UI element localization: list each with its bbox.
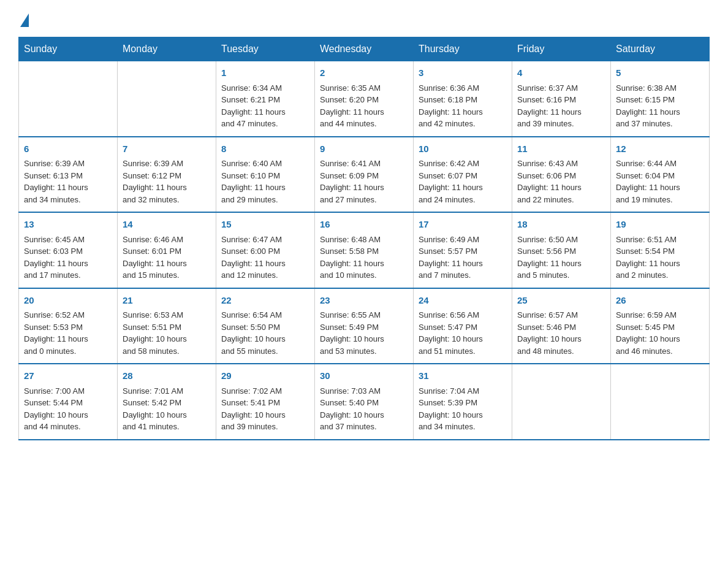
- sun-info: Sunrise: 6:40 AM Sunset: 6:10 PM Dayligh…: [221, 158, 309, 205]
- sun-info: Sunrise: 6:51 AM Sunset: 5:54 PM Dayligh…: [616, 234, 704, 282]
- calendar-cell: 8Sunrise: 6:40 AM Sunset: 6:10 PM Daylig…: [216, 137, 315, 213]
- sun-info: Sunrise: 6:56 AM Sunset: 5:47 PM Dayligh…: [419, 309, 507, 357]
- calendar-cell: 12Sunrise: 6:44 AM Sunset: 6:04 PM Dayli…: [611, 137, 710, 213]
- day-number: 15: [221, 218, 309, 232]
- calendar-cell: 26Sunrise: 6:59 AM Sunset: 5:45 PM Dayli…: [611, 288, 710, 364]
- sun-info: Sunrise: 7:01 AM Sunset: 5:42 PM Dayligh…: [123, 385, 211, 433]
- sun-info: Sunrise: 7:03 AM Sunset: 5:40 PM Dayligh…: [320, 385, 408, 433]
- weekday-header-thursday: Thursday: [414, 37, 512, 61]
- day-number: 25: [517, 294, 605, 308]
- day-number: 19: [616, 218, 704, 232]
- day-number: 29: [221, 369, 309, 383]
- calendar-cell: 16Sunrise: 6:48 AM Sunset: 5:58 PM Dayli…: [315, 212, 414, 288]
- calendar-cell: 15Sunrise: 6:47 AM Sunset: 6:00 PM Dayli…: [216, 212, 315, 288]
- sun-info: Sunrise: 6:42 AM Sunset: 6:07 PM Dayligh…: [419, 158, 507, 205]
- calendar-cell: [512, 364, 611, 440]
- calendar-cell: 7Sunrise: 6:39 AM Sunset: 6:12 PM Daylig…: [118, 137, 216, 213]
- weekday-header-saturday: Saturday: [611, 37, 710, 61]
- day-number: 18: [517, 218, 605, 232]
- day-number: 3: [419, 66, 507, 80]
- sun-info: Sunrise: 6:46 AM Sunset: 6:01 PM Dayligh…: [123, 234, 211, 282]
- calendar-week-row: 27Sunrise: 7:00 AM Sunset: 5:44 PM Dayli…: [19, 364, 710, 440]
- day-number: 9: [320, 142, 408, 156]
- sun-info: Sunrise: 6:36 AM Sunset: 6:18 PM Dayligh…: [419, 82, 507, 130]
- calendar-cell: 21Sunrise: 6:53 AM Sunset: 5:51 PM Dayli…: [118, 288, 216, 364]
- calendar-cell: 27Sunrise: 7:00 AM Sunset: 5:44 PM Dayli…: [19, 364, 118, 440]
- day-number: 6: [24, 142, 112, 156]
- day-number: 1: [221, 66, 309, 80]
- day-number: 17: [419, 218, 507, 232]
- sun-info: Sunrise: 6:39 AM Sunset: 6:12 PM Dayligh…: [123, 158, 211, 205]
- day-number: 28: [123, 369, 211, 383]
- day-number: 30: [320, 369, 408, 383]
- calendar-cell: 17Sunrise: 6:49 AM Sunset: 5:57 PM Dayli…: [414, 212, 512, 288]
- logo: [18, 12, 30, 26]
- day-number: 14: [123, 218, 211, 232]
- calendar-cell: [118, 61, 216, 137]
- weekday-header-tuesday: Tuesday: [216, 37, 315, 61]
- sun-info: Sunrise: 6:53 AM Sunset: 5:51 PM Dayligh…: [123, 309, 211, 357]
- sun-info: Sunrise: 6:37 AM Sunset: 6:16 PM Dayligh…: [517, 82, 605, 130]
- calendar-cell: 31Sunrise: 7:04 AM Sunset: 5:39 PM Dayli…: [414, 364, 512, 440]
- calendar-cell: 24Sunrise: 6:56 AM Sunset: 5:47 PM Dayli…: [414, 288, 512, 364]
- calendar-cell: 5Sunrise: 6:38 AM Sunset: 6:15 PM Daylig…: [611, 61, 710, 137]
- page-header: [18, 12, 710, 26]
- weekday-header-sunday: Sunday: [19, 37, 118, 61]
- sun-info: Sunrise: 6:54 AM Sunset: 5:50 PM Dayligh…: [221, 309, 309, 357]
- calendar-week-row: 20Sunrise: 6:52 AM Sunset: 5:53 PM Dayli…: [19, 288, 710, 364]
- sun-info: Sunrise: 6:59 AM Sunset: 5:45 PM Dayligh…: [616, 309, 704, 357]
- calendar-cell: 9Sunrise: 6:41 AM Sunset: 6:09 PM Daylig…: [315, 137, 414, 213]
- day-number: 22: [221, 294, 309, 308]
- day-number: 24: [419, 294, 507, 308]
- day-number: 8: [221, 142, 309, 156]
- sun-info: Sunrise: 6:35 AM Sunset: 6:20 PM Dayligh…: [320, 82, 408, 130]
- calendar-cell: 20Sunrise: 6:52 AM Sunset: 5:53 PM Dayli…: [19, 288, 118, 364]
- day-number: 26: [616, 294, 704, 308]
- calendar-week-row: 1Sunrise: 6:34 AM Sunset: 6:21 PM Daylig…: [19, 61, 710, 137]
- calendar-week-row: 6Sunrise: 6:39 AM Sunset: 6:13 PM Daylig…: [19, 137, 710, 213]
- sun-info: Sunrise: 6:44 AM Sunset: 6:04 PM Dayligh…: [616, 158, 704, 205]
- day-number: 7: [123, 142, 211, 156]
- day-number: 16: [320, 218, 408, 232]
- calendar-cell: 30Sunrise: 7:03 AM Sunset: 5:40 PM Dayli…: [315, 364, 414, 440]
- day-number: 10: [419, 142, 507, 156]
- sun-info: Sunrise: 6:39 AM Sunset: 6:13 PM Dayligh…: [24, 158, 112, 205]
- sun-info: Sunrise: 6:57 AM Sunset: 5:46 PM Dayligh…: [517, 309, 605, 357]
- weekday-header-monday: Monday: [118, 37, 216, 61]
- sun-info: Sunrise: 6:48 AM Sunset: 5:58 PM Dayligh…: [320, 234, 408, 282]
- calendar-cell: 2Sunrise: 6:35 AM Sunset: 6:20 PM Daylig…: [315, 61, 414, 137]
- calendar-cell: 6Sunrise: 6:39 AM Sunset: 6:13 PM Daylig…: [19, 137, 118, 213]
- sun-info: Sunrise: 6:47 AM Sunset: 6:00 PM Dayligh…: [221, 234, 309, 282]
- day-number: 11: [517, 142, 605, 156]
- calendar-cell: 25Sunrise: 6:57 AM Sunset: 5:46 PM Dayli…: [512, 288, 611, 364]
- sun-info: Sunrise: 6:41 AM Sunset: 6:09 PM Dayligh…: [320, 158, 408, 205]
- sun-info: Sunrise: 6:49 AM Sunset: 5:57 PM Dayligh…: [419, 234, 507, 282]
- calendar-table: SundayMondayTuesdayWednesdayThursdayFrid…: [18, 37, 710, 440]
- calendar-cell: 19Sunrise: 6:51 AM Sunset: 5:54 PM Dayli…: [611, 212, 710, 288]
- sun-info: Sunrise: 6:38 AM Sunset: 6:15 PM Dayligh…: [616, 82, 704, 130]
- calendar-cell: [19, 61, 118, 137]
- calendar-week-row: 13Sunrise: 6:45 AM Sunset: 6:03 PM Dayli…: [19, 212, 710, 288]
- day-number: 31: [419, 369, 507, 383]
- calendar-cell: 22Sunrise: 6:54 AM Sunset: 5:50 PM Dayli…: [216, 288, 315, 364]
- sun-info: Sunrise: 7:02 AM Sunset: 5:41 PM Dayligh…: [221, 385, 309, 433]
- calendar-cell: 18Sunrise: 6:50 AM Sunset: 5:56 PM Dayli…: [512, 212, 611, 288]
- day-number: 2: [320, 66, 408, 80]
- day-number: 20: [24, 294, 112, 308]
- day-number: 12: [616, 142, 704, 156]
- logo-triangle-icon: [20, 13, 29, 27]
- calendar-cell: 29Sunrise: 7:02 AM Sunset: 5:41 PM Dayli…: [216, 364, 315, 440]
- calendar-cell: 23Sunrise: 6:55 AM Sunset: 5:49 PM Dayli…: [315, 288, 414, 364]
- day-number: 27: [24, 369, 112, 383]
- day-number: 13: [24, 218, 112, 232]
- day-number: 21: [123, 294, 211, 308]
- calendar-cell: 10Sunrise: 6:42 AM Sunset: 6:07 PM Dayli…: [414, 137, 512, 213]
- sun-info: Sunrise: 7:04 AM Sunset: 5:39 PM Dayligh…: [419, 385, 507, 433]
- calendar-cell: 14Sunrise: 6:46 AM Sunset: 6:01 PM Dayli…: [118, 212, 216, 288]
- sun-info: Sunrise: 6:45 AM Sunset: 6:03 PM Dayligh…: [24, 234, 112, 282]
- weekday-header-wednesday: Wednesday: [315, 37, 414, 61]
- calendar-cell: 11Sunrise: 6:43 AM Sunset: 6:06 PM Dayli…: [512, 137, 611, 213]
- day-number: 4: [517, 66, 605, 80]
- day-number: 5: [616, 66, 704, 80]
- sun-info: Sunrise: 6:50 AM Sunset: 5:56 PM Dayligh…: [517, 234, 605, 282]
